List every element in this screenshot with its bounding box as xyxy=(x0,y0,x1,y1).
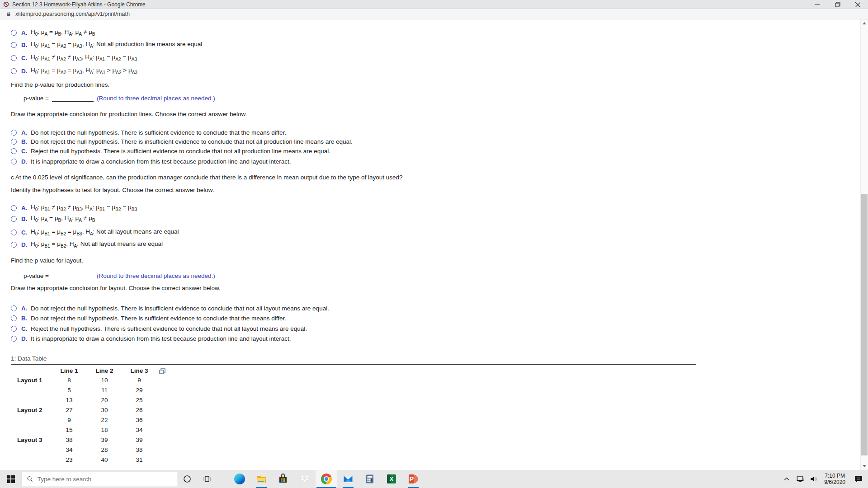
radio-button[interactable] xyxy=(11,148,17,154)
option-layout-hyp-c[interactable]: C. H0: μB1 = μB2 = μB3, HA: Not all layo… xyxy=(11,228,179,237)
option-layout-hyp-d[interactable]: D. H0: μB1 = μB2, HA: Not all layout mea… xyxy=(11,240,163,249)
option-text: Reject the null hypothesis. There is suf… xyxy=(31,325,307,332)
taskbar-clock[interactable]: 7:10 PM 9/6/2020 xyxy=(821,473,849,485)
window-titlebar: Section 12.3 Homework-Eliyah Atkins - Go… xyxy=(0,0,868,9)
rounding-note: (Round to three decimal places as needed… xyxy=(97,272,215,279)
radio-button[interactable] xyxy=(11,68,17,74)
speaker-icon xyxy=(809,474,818,483)
tray-overflow-button[interactable] xyxy=(780,470,793,488)
radio-button[interactable] xyxy=(11,216,17,222)
draw-conclusion-layout-text: Draw the appropriate conclusion for layo… xyxy=(11,285,221,291)
search-input[interactable] xyxy=(38,476,172,483)
radio-button[interactable] xyxy=(11,242,17,248)
part-c-question-text: c At the 0.025 level of significance, ca… xyxy=(11,174,403,181)
option-lines-hyp-c[interactable]: C. H0: μA1 ≠ μA2 ≠ μA3, HA: μA1 = μA2 = … xyxy=(11,53,137,62)
action-center-icon xyxy=(854,474,863,483)
radio-button[interactable] xyxy=(11,315,17,321)
radio-button[interactable] xyxy=(11,130,17,136)
col-header: Line 1 xyxy=(59,367,79,374)
option-text: It is inappropriate to draw a conclusion… xyxy=(31,158,291,165)
option-formula: H0: μA = μB, HA: μA ≠ μB xyxy=(31,215,95,223)
taskbar-app-excel[interactable]: X xyxy=(381,470,402,488)
taskbar-app-edge[interactable] xyxy=(229,470,250,488)
col-header: Line 2 xyxy=(94,367,114,374)
page-favicon-blocked-icon xyxy=(3,1,9,7)
option-lines-conc-c[interactable]: C. Reject the null hypothesis. There is … xyxy=(11,146,330,155)
duplicate-table-icon[interactable] xyxy=(159,368,165,374)
network-status-button[interactable] xyxy=(793,470,807,488)
rounding-note: (Round to three decimal places as needed… xyxy=(97,95,215,102)
task-view-button[interactable] xyxy=(197,470,217,488)
taskbar-app-mail[interactable] xyxy=(337,470,359,488)
svg-text:X: X xyxy=(389,475,394,483)
option-layout-conc-b[interactable]: B. Do not reject the null hypothesis. Th… xyxy=(11,314,286,323)
taskbar-app-calculator[interactable] xyxy=(359,470,381,488)
radio-button[interactable] xyxy=(11,30,17,36)
option-layout-conc-a[interactable]: A. Do not reject the null hypothesis. Th… xyxy=(11,304,329,313)
powerpoint-icon: P xyxy=(408,474,419,484)
option-text: Reject the null hypothesis. There is suf… xyxy=(31,148,330,155)
option-formula: H0: μA1 = μA2 = μA3, HA: μA1 > μA2 > μA3 xyxy=(31,67,137,75)
radio-button[interactable] xyxy=(11,336,17,342)
radio-button[interactable] xyxy=(11,139,17,145)
option-layout-conc-c[interactable]: C. Reject the null hypothesis. There is … xyxy=(11,324,307,333)
chevron-up-icon xyxy=(783,475,790,483)
taskbar-app-powerpoint[interactable]: P xyxy=(402,470,424,488)
option-text: Do not reject the null hypothesis. There… xyxy=(31,138,353,145)
vertical-scrollbar[interactable] xyxy=(860,19,868,470)
restore-button[interactable] xyxy=(827,0,848,9)
cortana-icon xyxy=(183,475,191,483)
option-lines-conc-d[interactable]: D. It is inappropriate to draw a conclus… xyxy=(11,157,291,166)
option-formula: H0: μA = μB, HA: μA ≠ μB xyxy=(31,28,95,37)
radio-button[interactable] xyxy=(11,305,17,311)
windows-taskbar: X P xyxy=(0,470,868,488)
taskbar-app-dropbox[interactable] xyxy=(294,470,316,488)
page-url: xlitemprod.pearsoncmg.com/api/v1/print/m… xyxy=(15,11,130,17)
dropbox-icon xyxy=(299,474,310,484)
close-button[interactable] xyxy=(848,0,868,9)
option-lines-conc-a[interactable]: A. Do not reject the null hypothesis. Th… xyxy=(11,128,286,137)
pvalue-label: p-value = xyxy=(24,272,49,279)
clock-time: 7:10 PM xyxy=(824,473,845,479)
radio-button[interactable] xyxy=(11,326,17,332)
pvalue-layout-answer-blank[interactable] xyxy=(52,272,94,279)
pvalue-lines-answer-blank[interactable] xyxy=(52,94,94,102)
option-text: Do not reject the null hypothesis. There… xyxy=(31,315,286,322)
option-formula: H0: μB1 = μB2, HA: Not all layout means … xyxy=(31,240,163,249)
radio-button[interactable] xyxy=(11,205,17,211)
option-layout-conc-d[interactable]: D. It is inappropriate to draw a conclus… xyxy=(11,334,291,343)
option-lines-hyp-a[interactable]: A. H0: μA = μB, HA: μA ≠ μB xyxy=(11,28,95,37)
draw-conclusion-lines-text: Draw the appropriate conclusion for prod… xyxy=(11,111,247,117)
radio-button[interactable] xyxy=(11,42,17,48)
radio-button[interactable] xyxy=(11,55,17,61)
network-icon xyxy=(796,474,805,483)
radio-button[interactable] xyxy=(11,159,17,164)
option-layout-hyp-b[interactable]: B. H0: μA = μB, HA: μA ≠ μB xyxy=(11,214,95,223)
task-view-icon xyxy=(203,474,212,483)
identify-layout-text: Identify the hypotheses to test for layo… xyxy=(11,187,214,193)
option-layout-hyp-a[interactable]: A. H0: μB1 ≠ μB2 ≠ μB3, HA: μB1 = μB2 = … xyxy=(11,203,137,212)
padlock-icon xyxy=(6,11,11,17)
chrome-window: Section 12.3 Homework-Eliyah Atkins - Go… xyxy=(0,0,868,488)
taskbar-app-file-explorer[interactable] xyxy=(250,470,272,488)
url-bar: xlitemprod.pearsoncmg.com/api/v1/print/m… xyxy=(0,9,868,19)
minimize-button[interactable] xyxy=(807,0,827,9)
scroll-up-arrow[interactable] xyxy=(861,19,868,27)
start-button[interactable] xyxy=(0,470,22,488)
pvalue-layout-row: p-value = (Round to three decimal places… xyxy=(24,272,215,279)
radio-button[interactable] xyxy=(11,230,17,235)
option-lines-hyp-d[interactable]: D. H0: μA1 = μA2 = μA3, HA: μA1 > μA2 > … xyxy=(11,66,137,75)
taskbar-app-chrome[interactable] xyxy=(316,470,337,488)
taskbar-app-store[interactable] xyxy=(272,470,294,488)
option-text: Do not reject the null hypothesis. There… xyxy=(31,305,329,312)
action-center-button[interactable] xyxy=(849,470,868,488)
pvalue-label: p-value = xyxy=(24,95,49,102)
scrollbar-thumb[interactable] xyxy=(861,194,868,455)
cortana-button[interactable] xyxy=(177,470,197,488)
taskbar-search[interactable] xyxy=(22,472,177,486)
volume-button[interactable] xyxy=(807,470,821,488)
option-lines-hyp-b[interactable]: B. H0: μA1 = μA2 = μA3, HA: Not all prod… xyxy=(11,40,202,49)
option-lines-conc-b[interactable]: B. Do not reject the null hypothesis. Th… xyxy=(11,137,353,146)
scroll-down-arrow[interactable] xyxy=(861,462,868,470)
calculator-icon xyxy=(364,474,375,484)
